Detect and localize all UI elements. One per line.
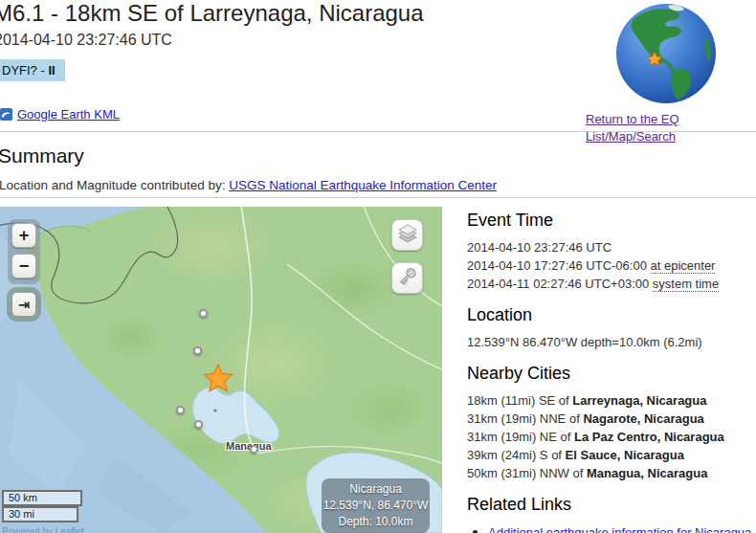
dyfi-label: DYFI? - <box>2 63 48 78</box>
dyfi-intensity: II <box>48 63 55 78</box>
scale-bar-mi: 30 mi <box>2 506 78 522</box>
contributor-text: Location and Magnitude contributed by: <box>0 178 229 192</box>
legend-key-button[interactable] <box>391 262 423 294</box>
summary-divider <box>0 197 756 198</box>
location-heading: Location <box>467 305 754 325</box>
info-coords: 12.539°N, 86.470°W <box>322 498 430 514</box>
city-distance: 18km (11mi) SE of <box>467 393 572 408</box>
zoom-out-button[interactable]: − <box>11 254 36 278</box>
related-link-item: Additional earthquake information for Ni… <box>488 522 754 533</box>
event-time-heading: Event Time <box>467 211 754 231</box>
related-links-heading: Related Links <box>467 495 754 515</box>
city-name: El Sauce, Nicaragua <box>566 448 684 462</box>
location-coords: 12.539°N 86.470°W depth=10.0km (6.2mi) <box>467 333 754 351</box>
nearby-city-row: 31km (19mi) NE of La Paz Centro, Nicarag… <box>467 428 754 446</box>
earthquake-marker[interactable] <box>193 346 202 355</box>
event-map[interactable]: Managua + − ⇥ <box>0 207 442 533</box>
page-title: M6.1 - 18km SE of Larreynaga, Nicaragua <box>0 0 424 27</box>
nearby-city-row: 31km (19mi) NNE of Nagarote, Nicaragua <box>467 410 754 428</box>
key-icon <box>396 265 419 292</box>
info-depth: Depth: 10.0km (6.2mi) <box>322 514 430 533</box>
map-attribution[interactable]: Powered by Leaflet <box>2 526 84 533</box>
nearby-city-row: 50km (31mi) NNW of Managua, Nicaragua <box>467 464 754 482</box>
event-time-utc: 2014-04-10 23:27:46 UTC <box>467 238 754 256</box>
info-country: Nicaragua <box>322 481 430 498</box>
globe-image[interactable] <box>614 2 718 105</box>
nearby-city-row: 18km (11mi) SE of Larreynaga, Nicaragua <box>467 391 754 410</box>
layers-button[interactable] <box>391 219 423 251</box>
nearby-cities-heading: Nearby Cities <box>467 364 754 384</box>
related-links-list: Additional earthquake information for Ni… <box>467 522 754 533</box>
city-name: La Paz Centro, Nicaragua <box>574 430 724 444</box>
map-info-overlay: Nicaragua 12.539°N, 86.470°W Depth: 10.0… <box>322 478 430 533</box>
epicenter-tooltip[interactable]: at epicenter <box>651 258 716 274</box>
city-distance: 31km (19mi) NE of <box>467 430 574 444</box>
kml-row: Google Earth KML <box>0 107 120 122</box>
city-name: Nagarote, Nicaragua <box>583 411 703 426</box>
system-time: 2014-04-11 02:27:46 UTC+03:00 <box>467 277 653 291</box>
google-earth-icon <box>0 108 12 121</box>
earthquake-marker[interactable] <box>176 406 185 414</box>
earthquake-marker[interactable] <box>199 309 208 318</box>
earthquake-marker[interactable] <box>250 445 258 454</box>
goto-epicenter-button[interactable]: ⇥ <box>11 292 36 317</box>
city-distance: 39km (24mi) S of <box>467 448 566 462</box>
event-datetime: 2014-04-10 23:27:46 UTC <box>0 32 172 49</box>
scale-bar-km: 50 km <box>2 490 82 506</box>
event-details-column: Event Time 2014-04-10 23:27:46 UTC 2014-… <box>467 207 754 533</box>
return-eq-list-link[interactable]: Return to the EQ List/Map/Search <box>586 112 679 144</box>
usgs-neic-link[interactable]: USGS National Earthquake Information Cen… <box>229 178 497 192</box>
earthquake-marker[interactable] <box>194 420 203 429</box>
city-name: Managua, Nicaragua <box>587 466 707 480</box>
summary-heading: Summary <box>0 144 84 167</box>
google-earth-kml-link[interactable]: Google Earth KML <box>17 107 120 122</box>
zoom-control: + − <box>8 219 40 284</box>
layers-icon <box>396 222 419 249</box>
nicaragua-info-link[interactable]: Additional earthquake information for Ni… <box>488 525 751 533</box>
earthquake-event-page: M6.1 - 18km SE of Larreynaga, Nicaragua … <box>0 0 756 533</box>
city-distance: 31km (19mi) NNE of <box>467 411 583 426</box>
city-name: Larreynaga, Nicaragua <box>572 393 706 408</box>
managua-city-label: Managua <box>226 440 272 452</box>
epicenter-time: 2014-04-10 17:27:46 UTC-06:00 <box>467 258 651 273</box>
event-time-epicenter: 2014-04-10 17:27:46 UTC-06:00 at epicent… <box>467 256 754 275</box>
contributor-line: Location and Magnitude contributed by: U… <box>0 178 497 192</box>
epicenter-star-icon[interactable] <box>203 364 233 392</box>
city-distance: 50km (31mi) NNW of <box>467 466 587 480</box>
dyfi-badge[interactable]: DYFI? - II <box>0 59 65 81</box>
nearby-city-row: 39km (24mi) S of El Sauce, Nicaragua <box>467 446 754 464</box>
system-time-tooltip[interactable]: system time <box>653 277 719 292</box>
event-time-system: 2014-04-11 02:27:46 UTC+03:00 system tim… <box>467 275 754 293</box>
zoom-in-button[interactable]: + <box>11 223 36 248</box>
header-divider <box>0 131 756 132</box>
